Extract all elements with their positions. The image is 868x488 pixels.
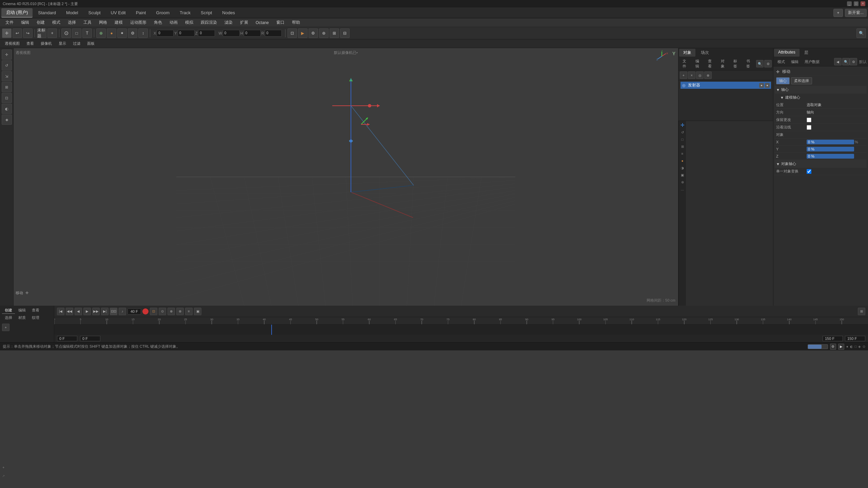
tab-scene[interactable]: 场次 <box>697 49 713 57</box>
tc-prev-key[interactable]: ◀◀ <box>66 308 73 315</box>
tool-axis[interactable]: ↕ <box>138 28 148 38</box>
coord-r[interactable]: 0 <box>265 30 282 37</box>
menu-create[interactable]: 创建 <box>33 19 48 26</box>
ri-tool7[interactable]: ◑ <box>679 165 686 171</box>
obj-tool-2[interactable]: × <box>688 72 695 79</box>
tool-settings[interactable]: ⚙ <box>128 28 137 38</box>
attr-nav-back[interactable]: ◀ <box>834 58 842 65</box>
new-window-btn[interactable]: 新开窗... <box>845 9 867 17</box>
tc-go-end[interactable]: ▶| <box>101 308 108 315</box>
tab-track[interactable]: Track <box>175 9 195 17</box>
tool-render-region[interactable]: ⊡ <box>288 28 297 38</box>
menu-animate[interactable]: 动画 <box>166 19 181 26</box>
tc-anim-2[interactable]: ⊛ <box>176 308 184 315</box>
obj-menu-view[interactable]: 查看 <box>705 58 717 69</box>
menu-mesh[interactable]: 网格 <box>96 19 111 26</box>
timeline-track[interactable] <box>54 325 868 335</box>
view-filter[interactable]: 过滤 <box>70 40 83 47</box>
tab-standard[interactable]: Standard <box>33 9 61 17</box>
bl-tab-texture[interactable]: 纹理 <box>29 314 42 321</box>
view-look[interactable]: 查看 <box>24 40 37 47</box>
view-camera[interactable]: 摄像机 <box>38 40 55 47</box>
menu-octane[interactable]: Octane <box>252 20 272 26</box>
coord-y[interactable]: 0 <box>178 30 195 37</box>
tool-object-mode[interactable]: ⊙ <box>61 28 71 38</box>
sidebar-tool6[interactable]: ◐ <box>2 104 12 114</box>
tool-snap-1[interactable]: ⊕ <box>96 28 106 38</box>
tc-sound[interactable]: ♪ <box>119 308 126 315</box>
sidebar-move-icon[interactable]: ✛ <box>2 49 12 60</box>
menu-character[interactable]: 角色 <box>151 19 165 26</box>
bl-tab-create[interactable]: 创建 <box>2 307 15 314</box>
attr-input-z[interactable] <box>807 154 854 159</box>
tl-start-frame[interactable] <box>57 336 77 341</box>
tool-render-view[interactable]: ⊟ <box>340 28 350 38</box>
attr-settings[interactable]: ⚙ <box>850 58 857 65</box>
tab-sculpt[interactable]: Sculpt <box>83 9 105 17</box>
sidebar-rotate-icon[interactable]: ↺ <box>2 60 12 70</box>
obj-tool-4[interactable]: ⊕ <box>704 72 712 79</box>
window-controls[interactable]: _ □ × <box>847 1 865 6</box>
coord-z[interactable]: 0 <box>198 30 215 37</box>
ri-tool10[interactable]: … <box>679 186 686 192</box>
ri-move[interactable]: ✛ <box>679 122 686 128</box>
obj-tool-1[interactable]: + <box>680 72 687 79</box>
tab-script[interactable]: Script <box>196 9 217 17</box>
tool-more[interactable]: ⊞ <box>330 28 339 38</box>
attr-check-single-transform[interactable] <box>807 169 811 174</box>
tl-end-frame-1[interactable] <box>823 336 843 341</box>
bl-tab-view[interactable]: 查看 <box>29 307 42 314</box>
attr-tab-layer[interactable]: 层 <box>800 49 812 57</box>
tool-snap-2[interactable]: ● <box>107 28 116 38</box>
obj-tool-3[interactable]: ◎ <box>696 72 704 79</box>
frame-display[interactable]: 40 F <box>127 308 141 314</box>
tl-end-frame-2[interactable] <box>845 336 865 341</box>
view-perspective[interactable]: 透视视图 <box>2 40 22 47</box>
tool-rect-select[interactable]: □ <box>72 28 81 38</box>
tc-prev-frame[interactable]: ◀ <box>75 308 82 315</box>
maximize-btn[interactable]: □ <box>854 1 859 6</box>
menu-track-render[interactable]: 跟踪渲染 <box>197 19 220 26</box>
ri-tool5[interactable]: ≡ <box>679 150 686 157</box>
menu-mograph[interactable]: 运动图形 <box>127 19 150 26</box>
menu-tools[interactable]: 工具 <box>80 19 95 26</box>
obj-render-badge[interactable]: ● <box>765 83 770 88</box>
menu-simulate[interactable]: 模拟 <box>182 19 197 26</box>
status-icon-1[interactable]: ⚙ <box>830 344 836 350</box>
tc-timeline-settings[interactable]: ⊞ <box>858 308 865 315</box>
close-btn[interactable]: × <box>861 1 865 6</box>
attr-menu-mode[interactable]: 模式 <box>775 59 788 65</box>
tc-key-btn[interactable]: ⊡ <box>150 308 157 315</box>
tc-next-frame[interactable]: ▶▶ <box>92 308 100 315</box>
attr-check-keep[interactable] <box>807 118 811 122</box>
tool-text[interactable]: T <box>82 28 92 38</box>
tab-objects[interactable]: 对象 <box>679 49 695 57</box>
ri-tool4[interactable]: ⊞ <box>679 143 686 149</box>
attr-menu-user-data[interactable]: 用户数据 <box>802 59 822 65</box>
menu-window[interactable]: 窗口 <box>273 19 288 26</box>
bl-tab-edit[interactable]: 编辑 <box>16 307 28 314</box>
tool-tab2[interactable]: 未标题 <box>37 28 46 38</box>
record-btn[interactable] <box>142 308 149 314</box>
tc-anim-4[interactable]: ▣ <box>194 308 201 315</box>
obj-menu-object[interactable]: 对象 <box>718 58 730 69</box>
menu-modeling[interactable]: 建模 <box>111 19 126 26</box>
attr-section-axis[interactable]: ▼ 轴心 <box>775 86 867 94</box>
tool-move[interactable]: ✛ <box>2 28 12 38</box>
attr-search[interactable]: 🔍 <box>842 58 850 65</box>
coord-w[interactable]: 0 <box>223 30 240 37</box>
obj-menu-bookmarks[interactable]: 书签 <box>744 58 755 69</box>
tc-mode-1[interactable]: ⊡⊡ <box>110 308 117 315</box>
tab-paint[interactable]: Paint <box>131 9 151 17</box>
object-item-emitter[interactable]: ⊕ 发射器 ● ● <box>680 82 771 89</box>
bl-tab-select[interactable]: 选择 <box>2 314 15 321</box>
tool-render-settings[interactable]: ⚙ <box>309 28 318 38</box>
tool-material[interactable]: ⊛ <box>319 28 329 38</box>
tc-go-start[interactable]: |◀ <box>57 308 64 315</box>
sidebar-tool5[interactable]: ⊡ <box>2 93 12 103</box>
status-icon-2[interactable]: ▶ <box>838 344 844 350</box>
tool-render[interactable]: ▶ <box>298 28 308 38</box>
tool-snap-3[interactable]: ✦ <box>117 28 127 38</box>
tc-anim-3[interactable]: ≡ <box>185 308 193 315</box>
obj-settings-btn[interactable]: ⚙ <box>764 60 772 67</box>
